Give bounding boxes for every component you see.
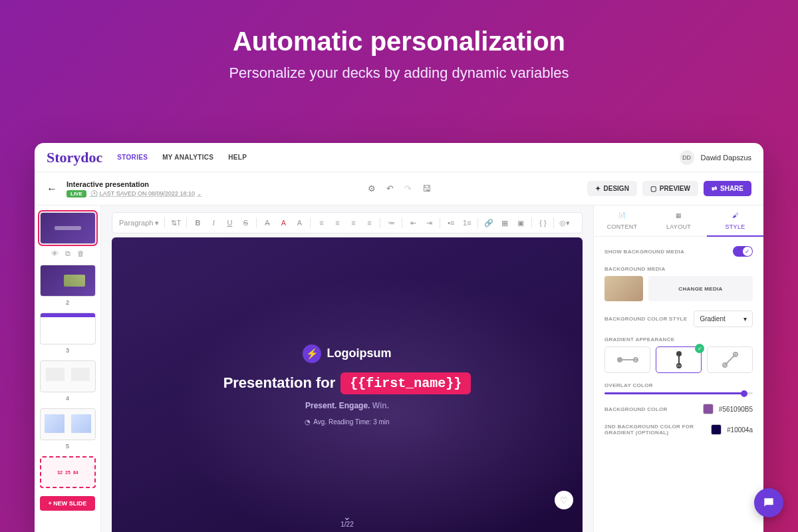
bg2-color-swatch[interactable] [711, 424, 722, 435]
back-button[interactable]: ← [47, 183, 57, 195]
avatar[interactable]: DD [680, 150, 694, 165]
check-icon: ✓ [695, 344, 704, 353]
link-icon: ⇄ [712, 185, 717, 192]
share-button[interactable]: ⇄SHARE [704, 181, 751, 196]
image-icon[interactable]: ▦ [499, 219, 510, 227]
strike-icon[interactable]: S [240, 219, 251, 227]
clock-icon: ◔ [305, 418, 311, 426]
change-media-button[interactable]: CHANGE MEDIA [648, 276, 753, 301]
bg2-color-hex[interactable]: #10004a [727, 426, 753, 434]
outdent-icon[interactable]: ⇥ [424, 219, 434, 227]
overlay-color-label: OVERLAY COLOR [604, 382, 753, 388]
style-icon: 🖌 [731, 212, 740, 221]
bg-color-hex[interactable]: #561090B5 [719, 406, 753, 413]
app-window: Storydoc STORIES MY ANALYTICS HELP DD Da… [35, 143, 763, 532]
slide-thumb-3[interactable] [40, 313, 96, 344]
delete-icon[interactable]: 🗑 [77, 249, 84, 258]
show-bg-media-toggle[interactable] [733, 246, 753, 257]
redo-icon[interactable]: ↷ [404, 184, 412, 194]
visibility-icon[interactable]: 👁 [51, 249, 59, 258]
italic-icon[interactable]: I [208, 219, 219, 227]
nav-analytics[interactable]: MY ANALYTICS [162, 154, 213, 161]
hero-title: Automatic personalization [0, 27, 798, 57]
slide-thumb-2[interactable] [40, 265, 96, 297]
gradient-opt-horizontal[interactable] [604, 346, 650, 373]
slide-thumb-5[interactable] [40, 408, 96, 440]
clear-format-icon[interactable]: A̶ [262, 219, 273, 227]
presentation-heading[interactable]: Presentation for {{first_name}} [223, 372, 471, 394]
bg-color-swatch[interactable] [703, 404, 714, 414]
format-toolbar: Paragraph ▾ ⇅T B I U S A̶ A A ≡ ≡ ≡ ≡ ≔ [112, 212, 583, 233]
chat-icon [762, 496, 775, 509]
tab-content[interactable]: 📄 CONTENT [594, 205, 650, 236]
clock-icon: 🕒 [90, 190, 98, 197]
chevron-down-icon: ▾ [743, 315, 747, 323]
slide-canvas[interactable]: ⚡ Logoipsum Presentation for {{first_nam… [112, 237, 583, 532]
variable-chip[interactable]: {{first_name}} [340, 372, 471, 394]
align-left-icon[interactable]: ≡ [316, 219, 327, 227]
gradient-opt-vertical[interactable]: ✓ [656, 346, 702, 373]
bg-color-style-label: BACKGROUND COLOR STYLE [604, 316, 687, 322]
bg-color-label: BACKGROUND COLOR [604, 406, 668, 412]
tab-style[interactable]: 🖌 STYLE [707, 205, 763, 237]
nav-stories[interactable]: STORIES [117, 154, 148, 161]
indent-icon[interactable]: ⇤ [408, 219, 418, 227]
last-saved[interactable]: 🕒LAST SAVED ON 08/09/2022 18:10 ⌄ [90, 190, 202, 197]
list-ul-icon[interactable]: •≡ [446, 219, 456, 227]
slide-thumb-4[interactable] [40, 360, 96, 392]
presentation-title[interactable]: Interactive presentation [66, 180, 202, 188]
design-button[interactable]: ✦DESIGN [587, 181, 637, 196]
tab-layout[interactable]: ▦ LAYOUT [650, 205, 707, 236]
preview-button[interactable]: ▢PREVIEW [642, 181, 698, 196]
hero-subtitle: Personalize your decks by adding dynamic… [0, 65, 798, 82]
highlight-icon[interactable]: A [294, 219, 305, 227]
slide-thumb-1[interactable] [40, 212, 96, 244]
overlay-slider[interactable] [604, 392, 753, 394]
more-dropdown[interactable]: ◎▾ [559, 219, 570, 227]
text-color-icon[interactable]: A [278, 219, 289, 227]
list-num-icon[interactable]: 1≡ [462, 219, 472, 227]
align-right-icon[interactable]: ≡ [348, 219, 358, 227]
new-slide-button[interactable]: + NEW SLIDE [40, 496, 95, 511]
favorite-button[interactable]: ♡ [555, 491, 573, 509]
video-icon[interactable]: ▣ [515, 219, 526, 227]
code-icon[interactable]: { } [537, 219, 548, 227]
palette-icon: ✦ [595, 185, 600, 192]
reading-time: ◔ Avg. Reading Time: 3 min [223, 418, 471, 426]
paragraph-dropdown[interactable]: Paragraph ▾ [119, 219, 159, 227]
link-icon[interactable]: 🔗 [483, 219, 494, 227]
align-center-icon[interactable]: ≡ [332, 219, 342, 227]
chevron-down-icon: ⌄ [197, 190, 202, 197]
chat-button[interactable] [754, 488, 783, 517]
logo-icon: ⚡ [303, 344, 321, 363]
brand-logo[interactable]: Storydoc [47, 149, 102, 166]
bold-icon[interactable]: B [192, 219, 203, 227]
underline-icon[interactable]: U [224, 219, 235, 227]
duplicate-icon[interactable]: ⧉ [65, 249, 70, 258]
live-badge: LIVE [66, 190, 86, 198]
editor: Paragraph ▾ ⇅T B I U S A̶ A A ≡ ≡ ≡ ≡ ≔ [101, 205, 593, 532]
save-icon[interactable]: 🖫 [422, 184, 431, 194]
nav-help[interactable]: HELP [228, 154, 247, 161]
user-name[interactable]: Dawid Dapszus [701, 154, 751, 162]
layout-icon: ▦ [674, 212, 684, 221]
slide-thumb-stats[interactable]: 322584 [40, 456, 96, 488]
settings-icon[interactable]: ⚙ [368, 184, 376, 194]
bg-media-label: BACKGROUND MEDIA [604, 266, 753, 272]
tagline[interactable]: Present. Engage. Win. [223, 401, 471, 410]
font-size-icon[interactable]: ⇅T [170, 219, 181, 227]
meta-bar: ← Interactive presentation LIVE 🕒LAST SA… [35, 172, 763, 205]
align-justify-icon[interactable]: ≡ [364, 219, 374, 227]
chevron-down-icon: ▾ [155, 219, 159, 227]
undo-icon[interactable]: ↶ [386, 184, 394, 194]
gradient-appearance-label: GRADIENT APPEARANCE [604, 336, 753, 342]
slide-number-4: 4 [40, 395, 95, 402]
svg-point-4 [677, 352, 681, 356]
bg-media-thumb[interactable] [604, 276, 643, 301]
content-icon: 📄 [618, 212, 627, 221]
list-ol-icon[interactable]: ≔ [386, 219, 396, 227]
bg-color-style-select[interactable]: Gradient▾ [694, 311, 753, 327]
gradient-opt-diagonal[interactable] [707, 346, 753, 373]
slide-number-3: 3 [40, 347, 95, 354]
svg-point-1 [618, 358, 622, 362]
